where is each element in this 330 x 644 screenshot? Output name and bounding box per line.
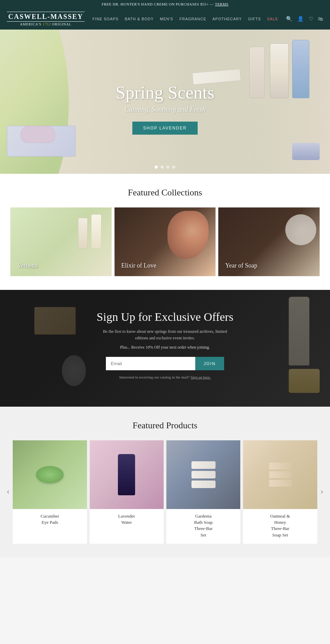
year-of-soap-label: Year of Soap bbox=[225, 262, 257, 269]
featured-products-section: Featured Products ‹ CucumberEye Pads Lav… bbox=[0, 407, 330, 557]
user-icon[interactable]: 👤 bbox=[297, 16, 304, 22]
soap-bar-1 bbox=[191, 461, 216, 469]
nav-mens[interactable]: MEN'S bbox=[160, 17, 173, 21]
header-icons: 🔍 👤 ♡ 🛍 bbox=[286, 16, 323, 22]
nav-sale[interactable]: SALE bbox=[267, 17, 278, 21]
product-lavender-water[interactable]: LavenderWater bbox=[90, 440, 164, 544]
collections-grid: Verbena Elixir of Love Year of Soap bbox=[10, 207, 320, 276]
gardenia-name: GardeniaBath SoapThree-BarSet bbox=[166, 509, 240, 544]
gardenia-deco bbox=[191, 461, 216, 488]
featured-collections-section: Featured Collections Verbena Elixir of L… bbox=[0, 174, 330, 290]
hero-content: Spring Scents Calming, Soothing and Fres… bbox=[0, 69, 330, 135]
hero-title: Spring Scents bbox=[0, 82, 330, 103]
lavender-img bbox=[90, 440, 164, 509]
signup-desc: Be the first to know about new springs f… bbox=[100, 328, 230, 341]
carousel-next[interactable]: › bbox=[317, 484, 327, 500]
banner-text: FREE DR. HUNTER'S HAND CREME ON PURCHASE… bbox=[102, 2, 209, 6]
signup-form: JOIN bbox=[10, 357, 320, 370]
products-grid: CucumberEye Pads LavenderWater GardeniaB… bbox=[13, 440, 317, 544]
products-title: Featured Products bbox=[3, 420, 327, 431]
wishlist-icon[interactable]: ♡ bbox=[309, 16, 313, 22]
oatmeal-bar-3 bbox=[269, 480, 292, 487]
signup-catalog-text: Interested in receiving our catalog in t… bbox=[10, 375, 320, 379]
dot-3[interactable] bbox=[166, 166, 169, 169]
oatmeal-deco bbox=[269, 463, 292, 487]
eyepads-deco bbox=[36, 466, 64, 483]
product-gardenia-soap[interactable]: GardeniaBath SoapThree-BarSet bbox=[166, 440, 240, 544]
verbena-bottle-2 bbox=[78, 218, 88, 249]
collection-year-of-soap[interactable]: Year of Soap bbox=[218, 207, 320, 276]
hero-subtitle: Calming, Soothing and Fresh bbox=[0, 105, 330, 113]
hero-cta-button[interactable]: SHOP LAVENDER bbox=[132, 122, 198, 135]
cucumber-name: CucumberEye Pads bbox=[13, 509, 87, 531]
elixir-roses bbox=[167, 211, 209, 259]
join-button[interactable]: JOIN bbox=[195, 357, 224, 370]
soap-bar-2 bbox=[191, 471, 216, 478]
products-carousel: ‹ CucumberEye Pads LavenderWater bbox=[3, 440, 327, 544]
brand-name: CASWELL-MASSEY bbox=[7, 12, 85, 22]
cucumber-img bbox=[13, 440, 87, 509]
product-oatmeal-soap[interactable]: Oatmeal &HoneyThree-BarSoap Set bbox=[243, 440, 317, 544]
hero-section: Spring Scents Calming, Soothing and Fres… bbox=[0, 30, 330, 174]
verbena-bottle-1 bbox=[91, 214, 101, 249]
signup-offer: Plus... Receive 10% Off your next order … bbox=[10, 345, 320, 350]
search-icon[interactable]: 🔍 bbox=[286, 16, 293, 22]
header: CASWELL-MASSEY AMERICA'S 1752 ORIGINAL F… bbox=[0, 8, 330, 30]
catalog-signup-link[interactable]: Sign up here. bbox=[191, 375, 211, 379]
top-banner: FREE DR. HUNTER'S HAND CREME ON PURCHASE… bbox=[0, 0, 330, 8]
collections-title: Featured Collections bbox=[10, 188, 320, 198]
oatmeal-img bbox=[243, 440, 317, 509]
oatmeal-bar-1 bbox=[269, 463, 292, 470]
collection-verbena[interactable]: Verbena bbox=[10, 207, 112, 276]
main-nav: FINE SOAPS BATH & BODY MEN'S FRAGRANCE A… bbox=[92, 17, 278, 21]
hero-dots bbox=[155, 166, 175, 169]
oatmeal-name: Oatmeal &HoneyThree-BarSoap Set bbox=[243, 509, 317, 544]
product-jar bbox=[292, 143, 320, 160]
verbena-label: Verbena bbox=[17, 262, 37, 269]
nav-bath-body[interactable]: BATH & BODY bbox=[125, 17, 154, 21]
dot-1[interactable] bbox=[155, 166, 158, 169]
oatmeal-bar-2 bbox=[269, 471, 292, 478]
logo: CASWELL-MASSEY AMERICA'S 1752 ORIGINAL bbox=[7, 12, 85, 26]
dot-2[interactable] bbox=[161, 166, 164, 169]
dot-4[interactable] bbox=[172, 166, 175, 169]
product-cucumber-eye-pads[interactable]: CucumberEye Pads bbox=[13, 440, 87, 544]
soap-candles bbox=[285, 214, 316, 245]
elixir-label: Elixir of Love bbox=[121, 262, 156, 269]
collection-elixir[interactable]: Elixir of Love bbox=[114, 207, 216, 276]
carousel-prev[interactable]: ‹ bbox=[3, 484, 13, 500]
gardenia-img bbox=[166, 440, 240, 509]
lavender-name: LavenderWater bbox=[90, 509, 164, 531]
lavwater-deco bbox=[118, 454, 135, 495]
cart-icon[interactable]: 🛍 bbox=[318, 16, 323, 22]
brand-sub: AMERICA'S 1752 ORIGINAL bbox=[20, 22, 72, 26]
nav-apothecary[interactable]: APOTHECARY bbox=[212, 17, 242, 21]
banner-link[interactable]: TERMS bbox=[215, 2, 228, 6]
signup-title: Sign Up for Exclusive Offers bbox=[10, 310, 320, 324]
signup-section: Sign Up for Exclusive Offers Be the firs… bbox=[0, 290, 330, 407]
email-input[interactable] bbox=[106, 357, 195, 370]
nav-gifts[interactable]: GIFTS bbox=[248, 17, 261, 21]
nav-fragrance[interactable]: FRAGRANCE bbox=[179, 17, 206, 21]
signup-content: Sign Up for Exclusive Offers Be the firs… bbox=[10, 310, 320, 379]
nav-fine-soaps[interactable]: FINE SOAPS bbox=[92, 17, 119, 21]
soap-bar-3 bbox=[191, 481, 216, 488]
